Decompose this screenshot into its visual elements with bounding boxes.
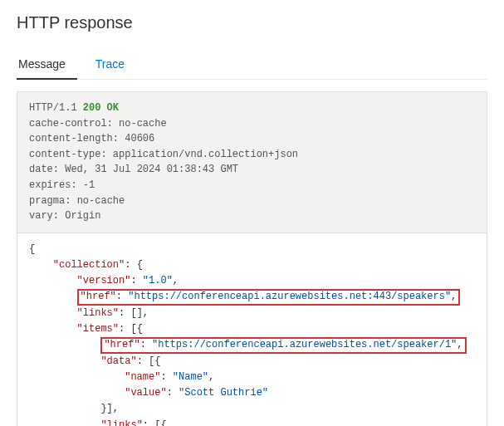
header-content-length-value: 40606 — [125, 133, 154, 144]
http-version: HTTP/1.1 — [29, 102, 77, 114]
header-date-value: Wed, 31 Jul 2024 01:38:43 GMT — [65, 164, 238, 175]
json-key-name: "name" — [125, 371, 160, 383]
highlight-collection-href: "href": "https://conferenceapi.azurewebs… — [77, 289, 461, 306]
header-cache-control-value: no-cache — [119, 118, 167, 130]
tab-trace[interactable]: Trace — [94, 51, 136, 79]
json-value-item-href: "https://conferenceapi.azurewebsites.net… — [152, 339, 457, 350]
header-pragma-value: no-cache — [77, 195, 125, 207]
json-key-data: "data" — [100, 355, 136, 367]
json-key-href: "href" — [81, 291, 116, 302]
json-key-version: "version" — [77, 275, 131, 286]
json-key-links: "links" — [100, 419, 142, 426]
json-key-value: "value" — [125, 387, 166, 399]
header-expires-key: expires — [29, 179, 71, 191]
tab-message[interactable]: Message — [17, 51, 77, 79]
json-value-version: "1.0" — [143, 275, 173, 286]
header-cache-control-key: cache-control — [29, 118, 107, 130]
http-status-code: 200 OK — [83, 102, 119, 114]
json-key-items: "items" — [77, 323, 119, 335]
header-date-key: date — [29, 164, 53, 175]
json-key-links: "links" — [77, 307, 119, 319]
json-value-collection-href: "https://conferenceapi.azurewebsites.net… — [128, 291, 451, 302]
header-content-type-value: application/vnd.collection+json — [113, 149, 298, 160]
json-key-href: "href" — [104, 339, 139, 350]
header-vary-value: Origin — [65, 210, 100, 222]
json-key-collection: "collection" — [53, 259, 125, 271]
header-vary-key: vary — [29, 210, 53, 222]
json-value-value: "Scott Guthrie" — [179, 387, 268, 399]
http-body: { "collection": { "version": "1.0", "hre… — [17, 233, 487, 426]
header-expires-value: -1 — [83, 179, 95, 191]
header-pragma-key: pragma — [29, 195, 65, 207]
header-content-type-key: content-type — [29, 149, 100, 160]
page-title: HTTP response — [17, 13, 487, 32]
tabs: Message Trace — [17, 51, 487, 80]
header-content-length-key: content-length — [29, 133, 113, 144]
json-value-name: "Name" — [173, 371, 208, 383]
http-headers: HTTP/1.1 200 OK cache-control: no-cache … — [17, 91, 487, 233]
highlight-item-href: "href": "https://conferenceapi.azurewebs… — [100, 337, 466, 354]
